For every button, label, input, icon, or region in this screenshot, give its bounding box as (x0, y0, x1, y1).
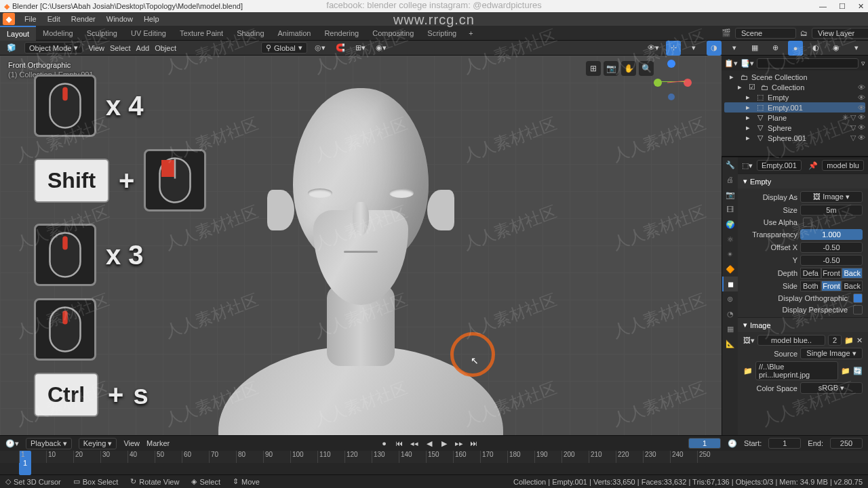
outliner-search[interactable] (757, 58, 859, 68)
properties-tab[interactable]: 🔶 (722, 262, 738, 277)
outliner-row[interactable]: ▸⬚Empty👁 (724, 92, 865, 102)
outliner-row[interactable]: ▸▽Plane✳▽👁 (724, 113, 865, 123)
shading-solid-icon[interactable]: ● (788, 41, 803, 56)
image-path-field[interactable]: //..\Blue pri...lueprint.jpg (755, 361, 838, 380)
overlay-toggle-icon[interactable]: ◑ (707, 41, 722, 56)
outliner-disclosure-icon[interactable]: ▸ (743, 113, 753, 122)
play-icon[interactable]: ▶ (438, 437, 450, 449)
offsety-field[interactable]: -0.50 (800, 255, 863, 266)
properties-tab[interactable]: 🌍 (722, 217, 738, 232)
properties-tab[interactable]: ▦ (722, 321, 738, 336)
properties-tab[interactable]: ⚛ (722, 232, 738, 247)
depth-grp-option[interactable]: Front (821, 268, 842, 279)
viewport-grid-icon[interactable]: ⊞ (586, 61, 601, 76)
outliner-row[interactable]: ▸☑🗀Collection👁 (724, 82, 865, 92)
sync-icon[interactable]: 🕘 (728, 439, 737, 448)
properties-tab[interactable]: 📐 (722, 336, 738, 351)
outliner-toggle-icon[interactable]: ▽ (850, 123, 856, 132)
properties-tab[interactable]: 🔧 (722, 157, 738, 172)
minimize-button[interactable]: — (819, 2, 827, 11)
colorspace-dropdown[interactable]: sRGB ▾ (800, 382, 863, 394)
outliner-disclosure-icon[interactable]: ▸ (743, 103, 753, 112)
interaction-mode-dropdown[interactable]: Object Mode ▾ (24, 42, 83, 54)
autokey-icon[interactable]: ● (378, 437, 391, 449)
viewport-camera-icon[interactable]: 📷 (604, 61, 618, 76)
image-open-icon[interactable]: 📁 (844, 336, 854, 345)
end-frame-field[interactable]: 250 (830, 438, 863, 449)
side-grp-option[interactable]: Both (800, 281, 821, 291)
outliner-toggle-icon[interactable]: 👁 (858, 134, 865, 142)
outliner-row[interactable]: ▸⬚Empty.001👁 (724, 102, 865, 113)
outliner-disclosure-icon[interactable]: ▸ (743, 93, 753, 102)
path-browse-icon[interactable]: 📁 (841, 367, 850, 375)
gizmo-neg[interactable] (668, 94, 675, 100)
outliner-checkbox[interactable]: ☑ (747, 83, 757, 92)
tab-modeling[interactable]: Modeling (36, 26, 80, 41)
props-data-name[interactable]: model blu (822, 160, 864, 171)
prev-key-icon[interactable]: ◂◂ (408, 437, 420, 449)
offsetx-field[interactable]: -0.50 (800, 242, 863, 253)
properties-tab[interactable]: ◼ (722, 277, 738, 291)
shading-wireframe-icon[interactable]: ⊕ (768, 41, 783, 56)
tab-texturepaint[interactable]: Texture Paint (173, 26, 230, 41)
snap-toggle-icon[interactable]: 🧲 (333, 41, 348, 56)
tab-layout[interactable]: Layout (0, 26, 36, 41)
menu-window[interactable]: Window (101, 15, 138, 23)
maximize-button[interactable]: ☐ (839, 2, 846, 11)
menu-help[interactable]: Help (138, 15, 165, 23)
outliner-toggle-icon[interactable]: 👁 (858, 104, 865, 112)
section-empty-header[interactable]: ▾ Empty (738, 174, 868, 188)
tab-shading[interactable]: Shading (230, 26, 271, 41)
outliner-toggle-icon[interactable]: 👁 (858, 94, 865, 102)
outliner-type-icon[interactable]: 📋▾ (724, 59, 738, 68)
properties-tab[interactable]: ◔ (722, 306, 738, 321)
properties-tab[interactable]: 🎞 (722, 202, 738, 217)
header-view-menu[interactable]: View (88, 44, 104, 52)
outliner-disclosure-icon[interactable]: ▸ (727, 73, 736, 81)
timeline-ruler[interactable]: 1 11020304050607080901001101201301401501… (0, 451, 868, 463)
header-add-menu[interactable]: Add (136, 44, 150, 52)
shading-rendered-icon[interactable]: ◉ (829, 41, 844, 56)
pivot-icon[interactable]: ◎▾ (313, 41, 328, 56)
timeline-view-menu[interactable]: View (123, 439, 140, 447)
outliner-toggle-icon[interactable]: 👁 (858, 83, 865, 92)
viewlayer-selector[interactable]: View Layer (812, 28, 868, 39)
gizmo-menu-icon[interactable]: ▾ (686, 41, 701, 56)
size-field[interactable]: 5m (800, 205, 863, 216)
side-buttons[interactable]: BothFrontBack (800, 281, 863, 291)
tab-scripting[interactable]: Scripting (420, 26, 463, 41)
tab-animation[interactable]: Animation (271, 26, 318, 41)
outliner-row[interactable]: ▸▽Sphere.001▽👁 (724, 133, 865, 143)
depth-buttons[interactable]: DefaFrontBack (800, 268, 863, 279)
outliner-filter-icon[interactable]: ▿ (861, 59, 865, 68)
outliner-toggle-icon[interactable]: 👁 (858, 123, 865, 132)
gizmo-toggle-icon[interactable]: ⊹ (666, 41, 681, 56)
timeline-marker-menu[interactable]: Marker (146, 439, 170, 447)
side-grp-option[interactable]: Front (821, 281, 842, 291)
tab-uvediting[interactable]: UV Editing (124, 26, 173, 41)
menu-render[interactable]: Render (66, 15, 101, 23)
timeline-keying-menu[interactable]: Keying ▾ (79, 438, 117, 449)
scene-selector[interactable]: Scene (735, 28, 796, 39)
side-grp-option[interactable]: Back (842, 281, 863, 291)
timeline-track[interactable] (0, 463, 868, 475)
gizmo-y[interactable] (654, 79, 662, 87)
propedit-icon[interactable]: ◉▾ (374, 41, 389, 56)
header-object-menu[interactable]: Object (155, 44, 176, 52)
display-as-dropdown[interactable]: 🖼 Image ▾ (800, 191, 863, 203)
overlay-eye-icon[interactable]: 👁▾ (646, 41, 660, 56)
shading-matprev-icon[interactable]: ◐ (808, 41, 823, 56)
properties-tab[interactable]: 📷 (722, 187, 738, 202)
use-alpha-checkbox[interactable] (803, 218, 812, 227)
next-key-icon[interactable]: ▸▸ (453, 437, 465, 449)
timeline-playback-menu[interactable]: Playback ▾ (26, 438, 72, 449)
depth-grp-option[interactable]: Defa (800, 268, 821, 279)
properties-tab[interactable]: ✴ (722, 247, 738, 262)
xray-icon[interactable]: ▦ (747, 41, 762, 56)
timeline-type-icon[interactable]: 🕐▾ (5, 439, 19, 448)
play-reverse-icon[interactable]: ◀ (423, 437, 435, 449)
close-button[interactable]: ✕ (858, 2, 864, 11)
add-workspace-button[interactable]: + (463, 29, 478, 37)
props-nav-icon[interactable]: ⬚▾ (742, 161, 753, 170)
overlay-menu-icon[interactable]: ▾ (727, 41, 742, 56)
